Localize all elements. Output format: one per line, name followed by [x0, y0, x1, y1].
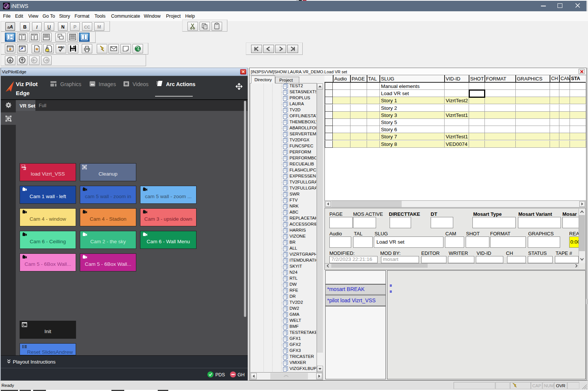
svg-text:ABC: ABC: [58, 45, 64, 49]
